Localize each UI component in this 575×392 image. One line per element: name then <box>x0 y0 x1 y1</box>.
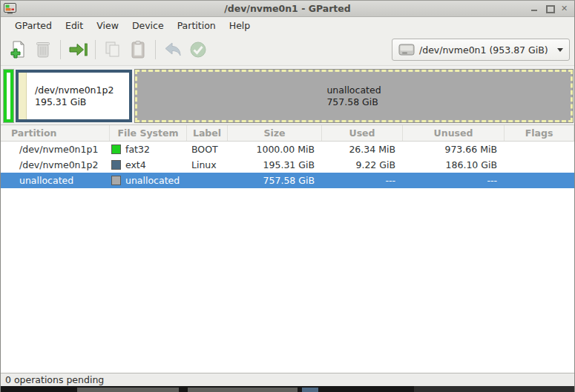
cell-unused: --- <box>403 175 505 186</box>
gparted-window: /dev/nvme0n1 - GParted ✕ GParted Edit Vi… <box>0 0 575 392</box>
cell-filesystem: unallocated <box>110 175 187 186</box>
operations-pending-text: 0 operations pending <box>5 374 104 385</box>
taskbar-window-button[interactable] <box>414 386 574 392</box>
minimize-button[interactable] <box>530 4 539 13</box>
close-button[interactable]: ✕ <box>560 4 568 13</box>
partition-size: 195.31 GiB <box>35 96 114 108</box>
cell-filesystem: fat32 <box>110 144 187 155</box>
delete-partition-button[interactable] <box>30 38 56 62</box>
resize-move-icon <box>68 41 88 59</box>
column-header-filesystem: File System <box>110 125 187 141</box>
copy-button[interactable] <box>100 38 125 62</box>
cell-partition: unallocated <box>1 175 110 186</box>
menu-partition[interactable]: Partition <box>171 18 223 33</box>
filesystem-name: unallocated <box>125 175 180 186</box>
window-title: /dev/nvme0n1 - GParted <box>1 3 574 14</box>
cell-partition: /dev/nvme0n1p2 <box>1 159 110 170</box>
cell-unused: 186.10 GiB <box>403 159 505 170</box>
cell-used: 9.22 GiB <box>322 159 403 170</box>
partition-table: Partition File System Label Size Used Un… <box>1 125 574 373</box>
table-empty-area <box>1 188 574 373</box>
partition-visual-label: /dev/nvme0n1p2 195.31 GiB <box>35 84 114 108</box>
partition-name: /dev/nvme0n1p2 <box>35 84 114 96</box>
taskbar-window-button[interactable] <box>188 388 298 392</box>
delete-partition-icon <box>34 40 52 59</box>
column-header-partition: Partition <box>1 125 110 141</box>
titlebar: /dev/nvme0n1 - GParted ✕ <box>1 1 574 17</box>
menu-device[interactable]: Device <box>125 18 171 33</box>
resize-move-button[interactable] <box>65 38 91 62</box>
cell-partition: /dev/nvme0n1p1 <box>1 144 110 155</box>
disk-visual-bar: /dev/nvme0n1p2 195.31 GiB unallocated 75… <box>1 66 574 125</box>
toolbar-separator <box>95 40 96 59</box>
taskbar-window-button[interactable] <box>77 388 179 392</box>
statusbar: 0 operations pending <box>1 373 574 386</box>
column-header-used: Used <box>322 125 403 141</box>
paste-icon <box>129 40 147 59</box>
partition-visual-label: unallocated 757.58 GiB <box>326 84 381 108</box>
desktop-taskbar <box>1 386 574 392</box>
apply-button[interactable] <box>185 38 211 62</box>
partition-size: 757.58 GiB <box>326 96 381 108</box>
device-selector-label: /dev/nvme0n1 (953.87 GiB) <box>419 44 548 56</box>
cell-filesystem: ext4 <box>110 159 187 170</box>
cell-size: 757.58 GiB <box>228 175 322 186</box>
copy-icon <box>103 40 122 59</box>
cell-size: 195.31 GiB <box>228 159 322 170</box>
chevron-down-icon <box>557 48 563 52</box>
filesystem-name: fat32 <box>125 144 150 155</box>
column-header-label: Label <box>187 125 228 141</box>
column-header-flags: Flags <box>505 125 574 141</box>
column-header-unused: Unused <box>403 125 505 141</box>
cell-label: Linux <box>187 159 228 170</box>
cell-size: 1000.00 MiB <box>228 144 322 155</box>
toolbar-separator <box>60 40 61 59</box>
unallocated-color-swatch <box>111 176 121 185</box>
menu-help[interactable]: Help <box>223 18 257 33</box>
new-partition-icon <box>8 40 27 59</box>
menu-edit[interactable]: Edit <box>59 18 90 33</box>
taskbar-window-button[interactable] <box>302 388 318 392</box>
column-header-size: Size <box>228 125 322 141</box>
filesystem-name: ext4 <box>125 159 146 170</box>
cell-unused: 973.66 MiB <box>403 144 505 155</box>
toolbar: /dev/nvme0n1 (953.87 GiB) <box>1 34 574 66</box>
toolbar-separator <box>155 40 156 59</box>
menu-view[interactable]: View <box>90 18 125 33</box>
partition-name: unallocated <box>326 84 381 96</box>
cell-label: BOOT <box>187 144 228 155</box>
cell-used: 26.34 MiB <box>322 144 403 155</box>
undo-icon <box>163 41 183 59</box>
menu-gparted[interactable]: GParted <box>8 18 59 33</box>
partition-visual-boot[interactable] <box>4 70 13 122</box>
table-row-unallocated[interactable]: unallocated unallocated 757.58 GiB --- -… <box>1 173 574 188</box>
used-space-indicator <box>19 73 27 119</box>
apply-icon <box>188 40 208 59</box>
fat32-color-swatch <box>111 144 121 154</box>
undo-button[interactable] <box>160 38 185 62</box>
paste-button[interactable] <box>125 38 151 62</box>
maximize-button[interactable] <box>545 4 553 13</box>
table-header-row: Partition File System Label Size Used Un… <box>1 125 574 142</box>
table-row-nvme0n1p2[interactable]: /dev/nvme0n1p2 ext4 Linux 195.31 GiB 9.2… <box>1 157 574 173</box>
table-row-nvme0n1p1[interactable]: /dev/nvme0n1p1 fat32 BOOT 1000.00 MiB 26… <box>1 142 574 157</box>
partition-visual-ext4[interactable]: /dev/nvme0n1p2 195.31 GiB <box>16 70 132 122</box>
partition-visual-unallocated[interactable]: unallocated 757.58 GiB <box>135 70 573 122</box>
new-partition-button[interactable] <box>5 38 30 62</box>
device-selector[interactable]: /dev/nvme0n1 (953.87 GiB) <box>392 39 570 61</box>
ext4-color-swatch <box>111 160 121 170</box>
menubar: GParted Edit View Device Partition Help <box>1 17 574 34</box>
disk-drive-icon <box>398 44 415 56</box>
cell-used: --- <box>322 175 403 186</box>
